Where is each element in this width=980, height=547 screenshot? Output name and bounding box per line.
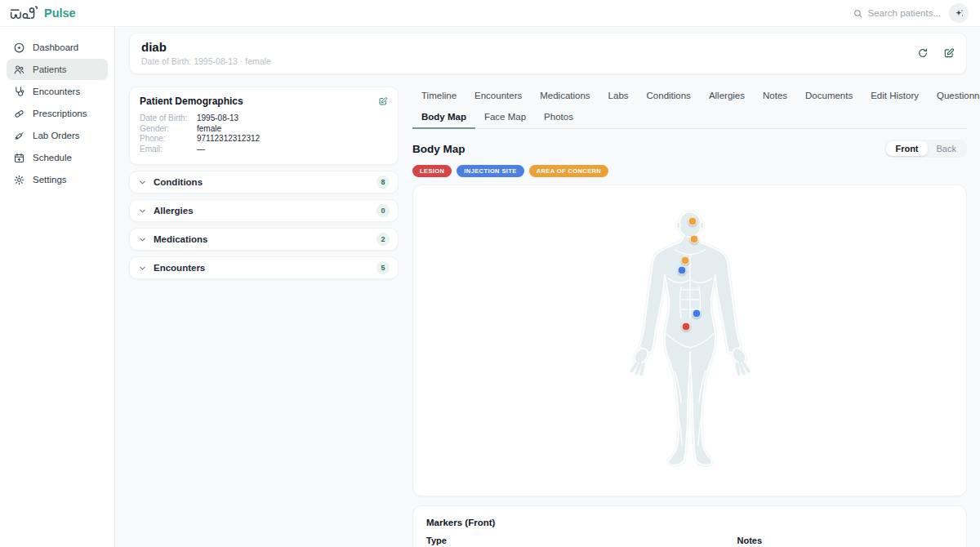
ai-assistant-button[interactable] bbox=[949, 3, 969, 23]
column-notes: Notes bbox=[737, 536, 880, 545]
tab-labs[interactable]: Labs bbox=[599, 87, 638, 106]
body-marker-lesion[interactable] bbox=[681, 322, 690, 331]
sparkle-icon bbox=[954, 8, 964, 19]
edit-icon[interactable] bbox=[943, 47, 955, 59]
sidebar-item-encounters[interactable]: Encounters bbox=[7, 81, 108, 102]
body-marker-concern[interactable] bbox=[688, 216, 697, 225]
field-value: — bbox=[197, 145, 205, 155]
field-label: Gender: bbox=[140, 124, 197, 135]
accordion-conditions[interactable]: Conditions 8 bbox=[129, 171, 399, 193]
field-value: female bbox=[197, 124, 221, 135]
tab-notes[interactable]: Notes bbox=[754, 87, 796, 106]
accordion-medications[interactable]: Medications 2 bbox=[129, 228, 399, 251]
sidebar-item-dashboard[interactable]: Dashboard bbox=[7, 37, 108, 58]
sidebar-item-label: Settings bbox=[33, 175, 67, 185]
body-figure bbox=[627, 211, 753, 469]
demographics-row: Email: — bbox=[140, 145, 388, 155]
accordion-label: Allergies bbox=[154, 206, 194, 216]
accordion-label: Encounters bbox=[154, 263, 205, 273]
tab-photos[interactable]: Photos bbox=[535, 108, 582, 128]
sidebar-item-label: Encounters bbox=[33, 87, 80, 96]
accordion-allergies[interactable]: Allergies 0 bbox=[129, 199, 399, 222]
patient-subtitle: Date of Birth: 1995-08-13 · female bbox=[141, 56, 271, 66]
sidebar-item-schedule[interactable]: Schedule bbox=[7, 147, 108, 168]
sidebar-item-lab-orders[interactable]: Lab Orders bbox=[7, 125, 108, 146]
front-back-toggle: Front Back bbox=[884, 140, 967, 158]
body-marker-concern[interactable] bbox=[681, 256, 690, 265]
field-value: 97112312312312 bbox=[197, 134, 260, 145]
sidebar-item-label: Lab Orders bbox=[33, 131, 80, 140]
field-value: 1995-08-13 bbox=[197, 113, 238, 124]
field-label: Phone: bbox=[140, 134, 197, 145]
body-marker-injection[interactable] bbox=[678, 266, 687, 275]
field-label: Date of Birth: bbox=[140, 113, 197, 124]
field-label: Email: bbox=[140, 145, 197, 155]
patient-name: diab bbox=[141, 40, 271, 54]
markers-table-title: Markers (Front) bbox=[426, 518, 953, 527]
refresh-icon[interactable] bbox=[917, 47, 929, 59]
sidebar-item-label: Patients bbox=[33, 64, 67, 74]
count-badge: 0 bbox=[376, 204, 390, 217]
demographics-row: Gender: female bbox=[140, 124, 388, 135]
tabs-row-secondary: Body Map Face Map Photos bbox=[412, 108, 967, 129]
tab-encounters[interactable]: Encounters bbox=[466, 87, 531, 106]
toggle-back-button[interactable]: Back bbox=[928, 141, 965, 156]
patient-header-card: diab Date of Birth: 1995-08-13 · female bbox=[129, 33, 967, 74]
demographics-card: Patient Demographics Date of Birth: 1995… bbox=[129, 87, 399, 165]
tabs-row-primary: Timeline Encounters Medications Labs Con… bbox=[412, 87, 967, 106]
sidebar-item-patients[interactable]: Patients bbox=[7, 59, 108, 80]
tab-questionnaires[interactable]: Questionnaires bbox=[928, 87, 980, 106]
markers-table-card: Markers (Front) Type Notes INJECTION SIT… bbox=[412, 505, 967, 547]
body-map-title: Body Map bbox=[412, 143, 466, 155]
legend-injection-site: INJECTION SITE bbox=[457, 165, 523, 177]
tab-body-map[interactable]: Body Map bbox=[412, 108, 475, 129]
tab-face-map[interactable]: Face Map bbox=[475, 108, 535, 128]
tab-documents[interactable]: Documents bbox=[796, 87, 862, 106]
tab-conditions[interactable]: Conditions bbox=[638, 87, 700, 106]
accordion-label: Conditions bbox=[154, 177, 203, 187]
body-marker-concern[interactable] bbox=[689, 234, 698, 243]
chevron-down-icon bbox=[138, 207, 147, 216]
brand-logo-icon bbox=[10, 5, 38, 21]
topbar: Pulse Search patients... bbox=[0, 0, 980, 27]
markers-table-header: Type Notes bbox=[426, 536, 953, 547]
chevron-down-icon bbox=[138, 235, 147, 244]
toggle-front-button[interactable]: Front bbox=[886, 141, 927, 156]
sidebar-item-label: Dashboard bbox=[33, 42, 78, 52]
accordion-label: Medications bbox=[154, 234, 207, 244]
calendar-icon bbox=[13, 152, 25, 164]
sidebar-item-settings[interactable]: Settings bbox=[7, 169, 108, 190]
body-map-stage[interactable] bbox=[412, 185, 967, 496]
search-icon bbox=[853, 8, 863, 19]
syringe-icon bbox=[13, 130, 25, 142]
chevron-down-icon bbox=[138, 264, 147, 273]
tab-timeline[interactable]: Timeline bbox=[412, 87, 466, 106]
tab-edit-history[interactable]: Edit History bbox=[862, 87, 928, 106]
accordion-encounters[interactable]: Encounters 5 bbox=[129, 256, 399, 279]
tab-medications[interactable]: Medications bbox=[531, 87, 599, 106]
edit-demographics-icon[interactable] bbox=[378, 96, 388, 106]
main-content: diab Date of Birth: 1995-08-13 · female bbox=[115, 27, 980, 547]
legend-lesion: LESION bbox=[412, 165, 452, 177]
count-badge: 8 bbox=[376, 176, 390, 189]
sidebar-item-label: Prescriptions bbox=[33, 109, 87, 118]
demographics-title: Patient Demographics bbox=[140, 96, 243, 107]
demographics-row: Date of Birth: 1995-08-13 bbox=[140, 113, 388, 124]
chevron-down-icon bbox=[138, 178, 147, 187]
sidebar: Dashboard Patients Encounters Pre bbox=[0, 27, 115, 547]
search-input[interactable]: Search patients... bbox=[853, 8, 942, 19]
legend-area-of-concern: AREA OF CONCERN bbox=[529, 165, 608, 177]
body-marker-injection[interactable] bbox=[693, 309, 702, 318]
column-type: Type bbox=[426, 536, 737, 545]
pill-icon bbox=[13, 108, 25, 120]
dashboard-icon bbox=[13, 42, 25, 54]
search-placeholder: Search patients... bbox=[868, 8, 942, 18]
sidebar-item-prescriptions[interactable]: Prescriptions bbox=[7, 103, 108, 124]
brand[interactable]: Pulse bbox=[10, 5, 76, 21]
brand-name: Pulse bbox=[44, 7, 76, 20]
sidebar-item-label: Schedule bbox=[33, 153, 72, 162]
count-badge: 5 bbox=[376, 261, 390, 274]
tab-allergies[interactable]: Allergies bbox=[700, 87, 754, 106]
gear-icon bbox=[13, 174, 25, 186]
body-map-legend: LESION INJECTION SITE AREA OF CONCERN bbox=[412, 165, 967, 177]
